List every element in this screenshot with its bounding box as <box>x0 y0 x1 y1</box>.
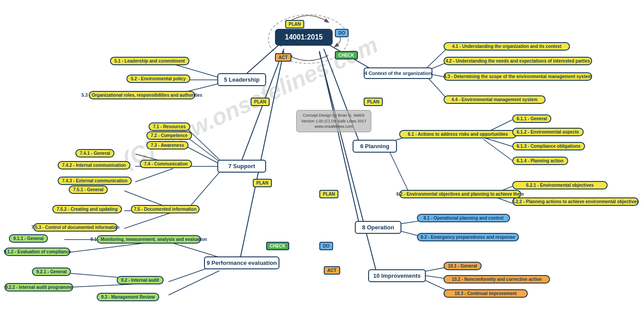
node-8-2: 8.2 - Emergency preparedness and respons… <box>417 233 519 241</box>
svg-line-34 <box>388 149 410 195</box>
node-7-4-2: 7.4.2 - Internal communication <box>58 161 130 169</box>
node-7-5-2: 7.5.2 - Creating and updating <box>52 205 122 213</box>
node-4-3: 4.3 - Determining the scope of the envir… <box>444 72 592 81</box>
node-5-2: 5.2 - Environmental policy <box>126 75 190 83</box>
node-9-3: 9.3 - Management Review <box>97 293 159 301</box>
node-6-1-1: 6.1.1 - General <box>512 114 551 123</box>
section-5: 5 Leadership <box>217 73 266 86</box>
node-9-2-2: 9.2.2 - Internal audit programme <box>4 283 73 291</box>
node-6-2-1: 6.2.1 - Environmental objectives <box>512 181 608 189</box>
node-7-4-1: 7.4.1 - General <box>75 149 114 158</box>
check-label-9: CHECK <box>266 242 289 250</box>
node-7-1: 7.1 - Resources <box>149 122 190 131</box>
node-7-4: 7.4 - Communication <box>140 160 192 168</box>
section-8: 8 Operation <box>355 221 401 234</box>
section-6: 6 Planning <box>353 140 397 153</box>
node-6-1: 6.1 - Actions to address risks and oppor… <box>399 130 517 138</box>
node-8-1: 8.1 - Operational planning and control <box>417 214 510 222</box>
svg-line-24 <box>169 271 220 295</box>
section-9: 9 Performance evaluation <box>204 256 279 269</box>
act-label-10: ACT <box>324 266 340 275</box>
plan-label-5: PLAN <box>251 98 270 106</box>
node-4-2: 4.2 - Understanding the needs and expect… <box>444 57 592 65</box>
section-7: 7 Support <box>217 160 266 173</box>
pdca-check: CHECK <box>335 51 358 59</box>
node-7-2: 7.2 - Competence <box>146 131 192 140</box>
node-10-2: 10.2 - Nonconformity and corrective acti… <box>444 275 550 284</box>
node-6-2-2: 6.2.2 - Planning actions to achieve envi… <box>512 197 639 206</box>
node-9-1: 9.1 - Monitoring, measurement, analysis … <box>97 235 201 244</box>
concept-box: Concept Design by Brian G. Welch Version… <box>296 110 371 132</box>
svg-line-11 <box>186 128 222 162</box>
do-label-8: DO <box>319 242 333 250</box>
node-7-5-1: 7.5.1 - General <box>69 185 108 194</box>
svg-line-18 <box>135 169 173 182</box>
svg-line-21 <box>124 212 173 228</box>
plan-label-6: PLAN <box>319 190 338 198</box>
pdca-plan-top: PLAN <box>285 20 304 28</box>
node-6-1-2: 6.1.2 - Environmental aspects <box>512 128 584 136</box>
node-4-1: 4.1 - Understanding the organization and… <box>444 42 570 51</box>
node-7-3: 7.3 - Awareness <box>146 141 188 150</box>
section-10: 10 Improvements <box>368 269 426 282</box>
svg-line-22 <box>169 242 220 257</box>
node-6-1-3: 6.1.3 - Compliance obligations <box>512 142 585 150</box>
svg-line-37 <box>483 138 512 146</box>
node-6-2: 6.2 - Environmental objectives and plann… <box>399 190 521 198</box>
plan-label-7: PLAN <box>253 179 272 187</box>
plan-label-4: PLAN <box>364 98 383 106</box>
section-4: 4 Context of the organization <box>364 67 432 79</box>
node-4-4: 4.4 - Environmental management system <box>444 95 546 104</box>
pdca-act: ACT <box>275 53 291 62</box>
pdca-do: DO <box>335 29 349 37</box>
node-10-1: 10.1 - General <box>444 262 482 270</box>
node-7-4-3: 7.4.3 - External communication <box>58 177 132 185</box>
node-9-2: 9.2 - Internal audit <box>117 276 164 284</box>
svg-line-2 <box>240 49 284 166</box>
svg-line-12 <box>186 137 222 163</box>
node-7-5: 7.5 - Documented information <box>131 205 200 213</box>
node-9-1-2: 9.1.2 - Evaluation of compliance <box>4 248 70 256</box>
node-6-1-4: 6.1.4 - Planning action <box>512 157 568 165</box>
node-9-2-1: 9.2.1 - General <box>32 268 71 276</box>
svg-line-38 <box>483 139 512 161</box>
svg-line-7 <box>319 52 377 274</box>
node-10-3: 10.3 - Continual improvement <box>444 289 528 298</box>
node-5-1: 5.1 - Leadership and commitment <box>110 57 189 65</box>
main-title: 14001:2015 <box>275 29 333 46</box>
node-9-1-1: 9.1.1 - General <box>9 234 48 243</box>
node-7-5-3: 7.5.3 - Control of documented informatio… <box>33 223 118 232</box>
node-5-3: 5.3 - Organizational roles, responsibili… <box>89 91 195 99</box>
